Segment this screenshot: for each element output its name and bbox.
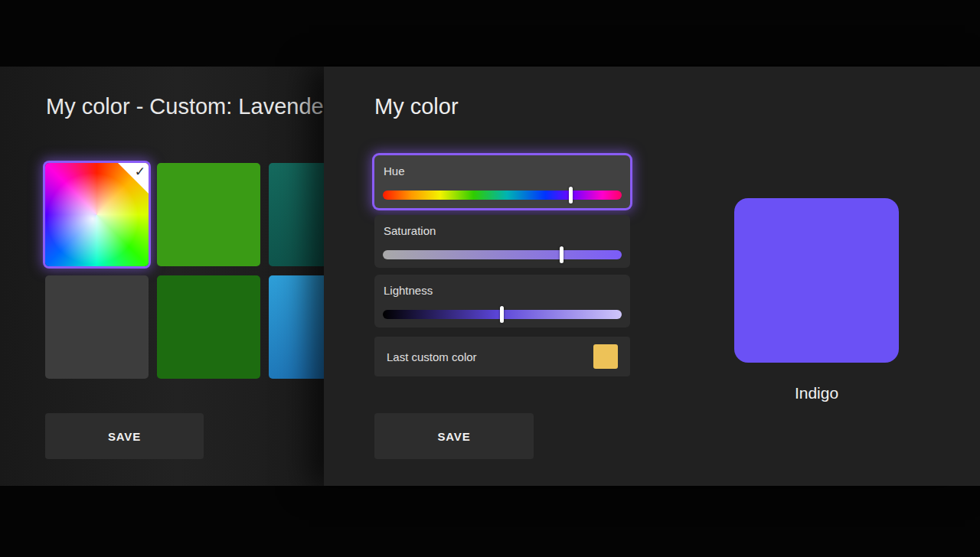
hue-track[interactable] <box>383 191 622 200</box>
content-stage: My color - Custom: Lavender ✓ SAVE My co… <box>0 67 980 486</box>
save-button[interactable]: SAVE <box>374 413 534 459</box>
saturation-label: Saturation <box>384 224 436 237</box>
color-preview-name: Indigo <box>734 384 899 402</box>
lightness-track[interactable] <box>383 310 622 319</box>
color-customization-screen: My color - Custom: Lavender ✓ SAVE My co… <box>0 0 980 557</box>
saturation-slider[interactable]: Saturation <box>374 215 630 268</box>
hue-thumb[interactable] <box>569 187 573 204</box>
panel-color-presets: My color - Custom: Lavender ✓ SAVE <box>0 67 324 486</box>
swatch-green[interactable] <box>157 163 260 266</box>
last-custom-color-row[interactable]: Last custom color <box>374 337 630 376</box>
hue-label: Hue <box>384 164 405 178</box>
hue-slider[interactable]: Hue <box>374 155 630 208</box>
last-custom-color-swatch <box>593 344 618 369</box>
saturation-track[interactable] <box>383 250 622 259</box>
swatch-blue-gradient[interactable] <box>269 275 324 379</box>
last-custom-color-label: Last custom color <box>387 350 593 363</box>
lightness-label: Lightness <box>384 284 433 297</box>
left-save-button[interactable]: SAVE <box>45 413 204 459</box>
saturation-thumb[interactable] <box>560 246 564 263</box>
lightness-thumb[interactable] <box>500 306 504 323</box>
left-page-title: My color - Custom: Lavender <box>46 94 324 119</box>
lightness-slider[interactable]: Lightness <box>374 275 630 327</box>
page-title: My color <box>374 94 459 119</box>
panel-custom-color-editor: My color Hue Saturation Lightness <box>324 67 980 486</box>
swatch-dark-green[interactable] <box>157 275 260 379</box>
color-preview-swatch <box>734 198 899 363</box>
swatch-custom-color-picker[interactable]: ✓ <box>45 163 149 266</box>
selected-check-icon: ✓ <box>135 164 145 180</box>
swatch-dark-gray[interactable] <box>45 275 149 379</box>
swatch-teal-gradient[interactable] <box>269 163 324 266</box>
